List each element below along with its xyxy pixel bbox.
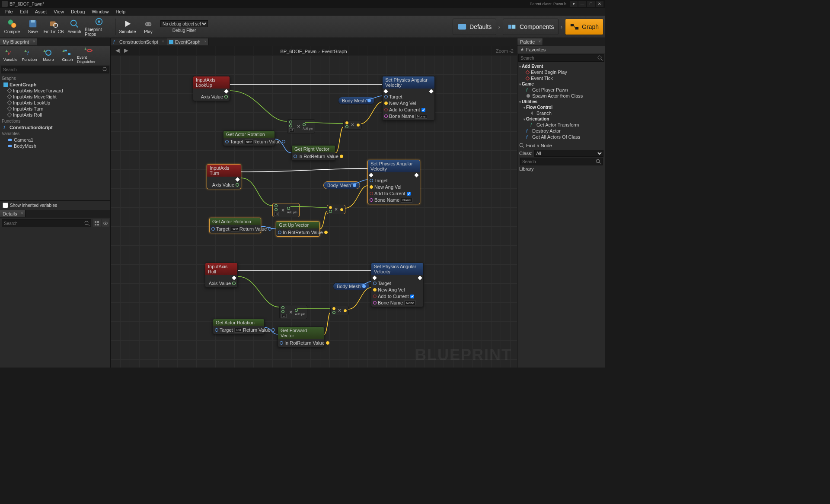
menu-debug[interactable]: Debug bbox=[67, 9, 88, 14]
window-close-icon[interactable]: ✕ bbox=[596, 1, 603, 7]
group-add-event[interactable]: Add Event bbox=[519, 63, 603, 69]
my-blueprint-tab-label[interactable]: My Blueprint× bbox=[0, 38, 37, 45]
node-inputaxis-lookup[interactable]: InputAxis LookUp Axis Value bbox=[193, 76, 230, 101]
blueprint-props-button[interactable]: Blueprint Props bbox=[85, 17, 113, 37]
node-multiply-vec[interactable]: × bbox=[343, 120, 362, 130]
add-to-current-checkbox[interactable] bbox=[407, 192, 411, 196]
palette-item[interactable]: Spawn Actor from Class bbox=[519, 93, 603, 99]
search-input[interactable] bbox=[519, 56, 597, 60]
axis-item[interactable]: InputAxis Turn bbox=[2, 106, 109, 112]
node-multiply-float[interactable]: -3×Add pin bbox=[279, 305, 307, 319]
show-inherited-checkbox[interactable] bbox=[3, 203, 8, 208]
close-icon[interactable]: × bbox=[204, 39, 206, 44]
debug-object-select[interactable]: No debug object selected bbox=[160, 20, 208, 27]
variable-item[interactable]: Camera1 bbox=[2, 137, 109, 143]
tab-eventgraph[interactable]: EventGraph× bbox=[166, 38, 209, 45]
menu-edit[interactable]: Edit bbox=[16, 9, 32, 14]
axis-item[interactable]: InputAxis LookUp bbox=[2, 100, 109, 106]
library-group[interactable]: Library bbox=[519, 166, 603, 171]
mode-defaults-button[interactable]: Defaults bbox=[453, 19, 496, 35]
menu-view[interactable]: View bbox=[50, 9, 67, 14]
my-blueprint-search[interactable] bbox=[1, 66, 109, 73]
palette-item[interactable]: Event Tick bbox=[519, 75, 603, 81]
nav-forward-icon[interactable]: ► bbox=[123, 47, 131, 55]
window-maximize-icon[interactable]: □ bbox=[587, 1, 595, 7]
mode-components-button[interactable]: Components bbox=[503, 19, 559, 35]
node-get-right-vector[interactable]: Get Right Vector In RotReturn Value bbox=[291, 145, 335, 161]
add-event-dispatcher-button[interactable]: +Event Dispatcher bbox=[77, 47, 102, 64]
save-button[interactable]: Save bbox=[22, 17, 43, 37]
node-set-physics-velocity[interactable]: Set Physics Angular Velocity TargetNew A… bbox=[367, 160, 420, 204]
details-tab-label[interactable]: Details× bbox=[0, 210, 26, 217]
add-function-button[interactable]: +fFunction bbox=[20, 49, 39, 62]
find-in-cb-button[interactable]: Find in CB bbox=[43, 17, 64, 37]
window-help-icon[interactable]: ▾ bbox=[570, 1, 578, 7]
group-flow-control[interactable]: Flow Control bbox=[519, 105, 603, 110]
node-bodymesh-var[interactable]: Body Mesh bbox=[338, 97, 375, 105]
palette-item[interactable]: fGet All Actors Of Class bbox=[519, 134, 603, 140]
node-get-actor-rotation[interactable]: Get Actor Rotation Target selfReturn Val… bbox=[209, 218, 261, 233]
favorites-section[interactable]: ★Favorites bbox=[517, 46, 605, 53]
node-set-physics-velocity[interactable]: Set Physics Angular Velocity TargetNew A… bbox=[382, 76, 435, 120]
menu-file[interactable]: File bbox=[2, 9, 16, 14]
simulate-button[interactable]: Simulate bbox=[117, 17, 138, 37]
node-get-forward-vector[interactable]: Get Forward Vector In RotReturn Value bbox=[278, 326, 324, 347]
node-inputaxis-roll[interactable]: InputAxis Roll Axis Value bbox=[205, 263, 238, 288]
details-eye-icon[interactable] bbox=[102, 219, 109, 227]
search-input[interactable] bbox=[2, 221, 84, 226]
node-get-actor-rotation[interactable]: Get Actor Rotation Target selfReturn Val… bbox=[213, 319, 265, 334]
tab-construction[interactable]: fConstructionScript× bbox=[111, 38, 166, 45]
variable-item[interactable]: BodyMesh bbox=[2, 143, 109, 149]
graph-canvas[interactable]: ◄ ► BP_6DOF_Pawn›EventGraph Zoom -2 Inpu… bbox=[111, 46, 517, 368]
mode-graph-button[interactable]: Graph bbox=[565, 19, 603, 35]
class-select[interactable]: All bbox=[534, 150, 603, 157]
add-to-current-checkbox[interactable] bbox=[421, 108, 425, 112]
axis-item[interactable]: InputAxis Roll bbox=[2, 112, 109, 118]
search-input[interactable] bbox=[520, 159, 595, 164]
find-node-search[interactable] bbox=[520, 158, 603, 165]
menu-window[interactable]: Window bbox=[88, 9, 112, 14]
node-multiply-float[interactable]: 3×Add pin bbox=[272, 203, 300, 217]
menu-help[interactable]: Help bbox=[112, 9, 129, 14]
node-multiply-vec[interactable]: × bbox=[327, 205, 345, 214]
details-grid-icon[interactable] bbox=[93, 219, 101, 227]
node-inputaxis-turn[interactable]: InputAxis Turn Axis Value bbox=[207, 164, 241, 189]
palette-item[interactable]: fGet Actor Transform bbox=[519, 122, 603, 128]
palette-item[interactable]: fGet Player Pawn bbox=[519, 87, 603, 93]
palette-item[interactable]: fDestroy Actor bbox=[519, 128, 603, 134]
axis-item[interactable]: InputAxis MoveForward bbox=[2, 88, 109, 94]
close-icon[interactable]: × bbox=[33, 39, 35, 44]
node-multiply-float[interactable]: -3×Add pin bbox=[287, 119, 315, 133]
search-input[interactable] bbox=[1, 67, 102, 72]
menu-asset[interactable]: Asset bbox=[32, 9, 51, 14]
group-game[interactable]: Game bbox=[519, 81, 603, 87]
node-get-actor-rotation[interactable]: Get Actor Rotation Target selfReturn Val… bbox=[223, 130, 275, 146]
add-variable-button[interactable]: +VVariable bbox=[1, 49, 20, 62]
close-icon[interactable]: × bbox=[162, 39, 164, 44]
group-orientation[interactable]: Orientation bbox=[519, 116, 603, 122]
eventgraph-item[interactable]: EventGraph bbox=[2, 82, 109, 88]
node-bodymesh-var[interactable]: Body Mesh bbox=[333, 282, 370, 290]
palette-item[interactable]: Branch bbox=[519, 110, 603, 116]
construction-item[interactable]: fConstructionScript bbox=[2, 124, 109, 130]
palette-item[interactable]: Event Begin Play bbox=[519, 69, 603, 75]
close-icon[interactable]: × bbox=[21, 211, 23, 216]
node-set-physics-velocity[interactable]: Set Physics Angular Velocity TargetNew A… bbox=[371, 263, 424, 307]
add-graph-button[interactable]: +Graph bbox=[58, 49, 77, 62]
add-to-current-checkbox[interactable] bbox=[410, 295, 414, 298]
window-minimize-icon[interactable]: — bbox=[578, 1, 586, 7]
nav-back-icon[interactable]: ◄ bbox=[114, 47, 123, 55]
search-button[interactable]: Search bbox=[64, 17, 85, 37]
close-icon[interactable]: × bbox=[539, 39, 541, 44]
node-bodymesh-var[interactable]: Body Mesh bbox=[323, 181, 360, 189]
group-utilities[interactable]: Utilities bbox=[519, 99, 603, 105]
details-search[interactable] bbox=[2, 219, 91, 227]
axis-item[interactable]: InputAxis MoveRight bbox=[2, 94, 109, 100]
play-button[interactable]: Play bbox=[138, 17, 159, 37]
palette-search[interactable] bbox=[518, 54, 604, 62]
node-multiply-vec[interactable]: × bbox=[330, 306, 349, 315]
palette-tab-label[interactable]: Palette× bbox=[517, 38, 543, 45]
node-get-up-vector[interactable]: Get Up Vector In RotReturn Value bbox=[276, 221, 320, 237]
add-macro-button[interactable]: +Macro bbox=[39, 49, 58, 62]
compile-button[interactable]: Compile bbox=[2, 17, 22, 37]
